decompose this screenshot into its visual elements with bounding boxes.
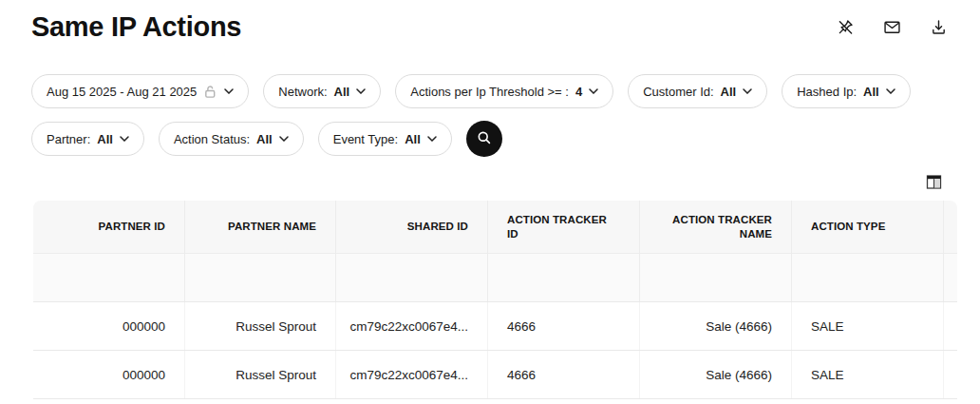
table-cell-extra: [943, 351, 957, 398]
filter-date-range[interactable]: Aug 15 2025 - Aug 21 2025: [31, 74, 249, 108]
table-columns-icon: [926, 179, 942, 193]
search-button[interactable]: [466, 121, 502, 157]
lock-open-icon: [203, 85, 217, 99]
chevron-down-icon: [120, 136, 129, 142]
filter-actions-per-ip-threshold[interactable]: Actions per Ip Threshold >= : 4: [395, 74, 613, 108]
filter-cell-partner_name[interactable]: [184, 254, 335, 301]
chevron-down-icon: [427, 136, 437, 142]
column-header-partner_name: PARTNER NAME: [184, 201, 335, 253]
column-header-shared_id: SHARED ID: [335, 201, 487, 253]
table-cell-action_tracker_name: Sale (4666): [639, 351, 791, 398]
filter-value: All: [405, 132, 421, 146]
table-cell-partner_name: Russel Sprout: [184, 302, 335, 350]
filter-label: Hashed Ip:: [797, 85, 857, 99]
filter-hashed-ip[interactable]: Hashed Ip: All: [782, 74, 911, 108]
filter-cell-extra[interactable]: [943, 254, 957, 301]
column-header-action_type: ACTION TYPE: [791, 201, 943, 253]
filter-value: All: [863, 85, 879, 99]
filter-value: All: [97, 132, 113, 146]
table-row: 000000Russel Sproutcm79c22xc0067e4...466…: [33, 301, 957, 350]
toolbar: [836, 17, 949, 37]
column-header-action_tracker_id: ACTION TRACKER ID: [487, 201, 639, 253]
column-header-extra: [943, 201, 957, 253]
filter-event-type[interactable]: Event Type: All: [318, 122, 452, 156]
table-cell-action_tracker_id: 4666: [487, 351, 639, 398]
table-cell-partner_id: 000000: [33, 302, 184, 350]
chevron-down-icon: [743, 88, 752, 94]
table-filter-row: [33, 253, 957, 301]
filter-label: Event Type:: [333, 132, 398, 146]
download-button[interactable]: [929, 17, 949, 37]
table-cell-action_type: SALE: [791, 351, 943, 398]
column-selector-button[interactable]: [926, 174, 942, 190]
table-cell-shared_id: cm79c22xc0067e4...: [335, 302, 487, 350]
filter-value: All: [721, 85, 737, 99]
email-button[interactable]: [882, 17, 902, 37]
unpin-icon: [836, 17, 856, 37]
filter-cell-action_tracker_name[interactable]: [639, 254, 791, 301]
filter-value: All: [334, 85, 350, 99]
table-row-partial: [33, 398, 957, 404]
filter-cell-action_type[interactable]: [791, 254, 943, 301]
chevron-down-icon: [356, 88, 366, 94]
filter-row-1: Aug 15 2025 - Aug 21 2025 Network: All A…: [31, 74, 911, 108]
table-cell-shared_id: cm79c22xc0067e4...: [335, 351, 487, 398]
unpin-button[interactable]: [836, 17, 856, 37]
chevron-down-icon: [279, 136, 289, 142]
table-row: 000000Russel Sproutcm79c22xc0067e4...466…: [33, 350, 957, 398]
filter-label: Aug 15 2025 - Aug 21 2025: [47, 85, 197, 99]
search-icon: [476, 129, 493, 149]
table-cell-action_tracker_id: 4666: [487, 302, 639, 350]
filter-cell-shared_id[interactable]: [335, 254, 487, 301]
table-header-row: PARTNER IDPARTNER NAMESHARED IDACTION TR…: [33, 201, 957, 253]
filter-label: Customer Id:: [643, 85, 713, 99]
filter-value: 4: [575, 85, 582, 99]
filter-customer-id[interactable]: Customer Id: All: [628, 74, 767, 108]
table-body: 000000Russel Sproutcm79c22xc0067e4...466…: [33, 301, 957, 398]
page-title: Same IP Actions: [31, 11, 241, 43]
filter-label: Actions per Ip Threshold >= :: [410, 85, 569, 99]
column-header-partner_id: PARTNER ID: [33, 201, 184, 253]
table-cell-partner_id: 000000: [33, 351, 184, 398]
filter-network[interactable]: Network: All: [263, 74, 381, 108]
chevron-down-icon: [589, 88, 598, 94]
filter-partner[interactable]: Partner: All: [31, 122, 144, 156]
page-header: Same IP Actions: [31, 11, 949, 43]
email-icon: [882, 17, 902, 37]
filter-cell-partner_id[interactable]: [33, 254, 184, 301]
filter-row-2: Partner: All Action Status: All Event Ty…: [31, 121, 502, 157]
table-cell-extra: [943, 302, 957, 350]
filter-action-status[interactable]: Action Status: All: [159, 122, 304, 156]
filter-cell-action_tracker_id[interactable]: [487, 254, 639, 301]
chevron-down-icon: [224, 88, 234, 94]
filter-value: All: [256, 132, 273, 146]
table-cell-partner_name: Russel Sprout: [184, 351, 335, 398]
table-cell-action_type: SALE: [791, 302, 943, 350]
same-ip-actions-table: PARTNER IDPARTNER NAMESHARED IDACTION TR…: [33, 201, 957, 404]
filter-label: Partner:: [47, 132, 90, 146]
filter-label: Action Status:: [174, 132, 250, 146]
table-cell-action_tracker_name: Sale (4666): [639, 302, 791, 350]
column-header-action_tracker_name: ACTION TRACKER NAME: [639, 201, 791, 253]
chevron-down-icon: [886, 88, 895, 94]
download-icon: [929, 17, 949, 37]
filter-label: Network:: [278, 85, 327, 99]
